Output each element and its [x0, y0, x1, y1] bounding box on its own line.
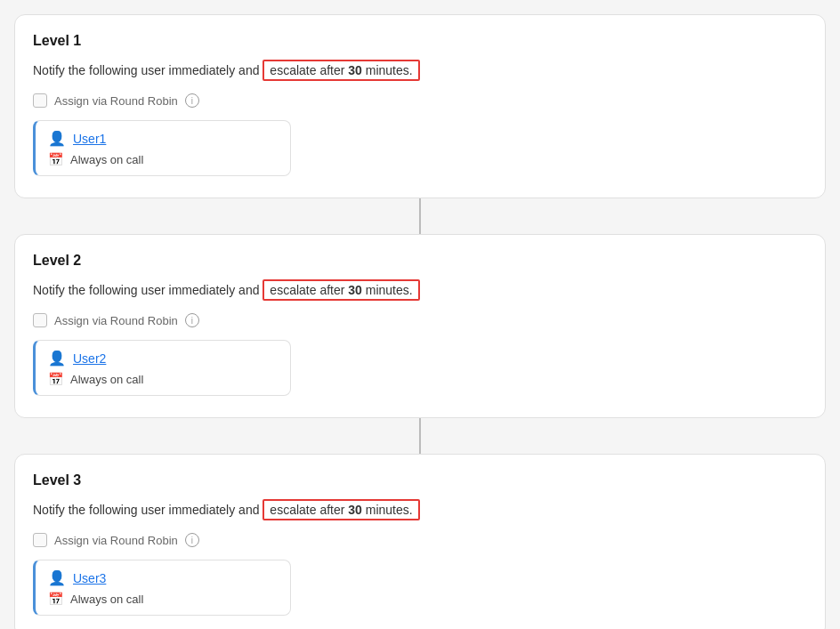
- round-robin-label-3: Assign via Round Robin: [54, 534, 178, 547]
- escalate-minutes-1: 30: [348, 63, 362, 77]
- round-robin-row-1: Assign via Round Robin i: [33, 93, 807, 108]
- notify-prefix-3: Notify the following user immediately an…: [33, 503, 259, 517]
- round-robin-row-3: Assign via Round Robin i: [33, 533, 807, 547]
- always-on-call-2: Always on call: [70, 373, 143, 386]
- connector-line-2-3: [419, 418, 421, 454]
- user-row-2: 👤 User2: [48, 350, 278, 367]
- escalate-text-3: escalate after: [270, 503, 348, 517]
- round-robin-label-1: Assign via Round Robin: [54, 94, 178, 108]
- info-icon-3[interactable]: i: [185, 533, 199, 547]
- escalate-suffix-3: minutes.: [362, 503, 413, 517]
- escalate-text-2: escalate after: [270, 283, 348, 297]
- round-robin-row-2: Assign via Round Robin i: [33, 313, 807, 327]
- escalate-highlight-1[interactable]: escalate after 30 minutes.: [262, 60, 419, 81]
- user-icon-3: 👤: [48, 569, 66, 586]
- user-link-1[interactable]: User1: [73, 132, 106, 146]
- calendar-icon-3: 📅: [48, 592, 63, 606]
- escalate-highlight-2[interactable]: escalate after 30 minutes.: [262, 279, 419, 301]
- info-icon-1[interactable]: i: [185, 93, 199, 108]
- escalate-minutes-2: 30: [348, 283, 362, 297]
- schedule-row-1: 📅 Always on call: [48, 152, 278, 166]
- schedule-row-3: 📅 Always on call: [48, 592, 278, 606]
- schedule-row-2: 📅 Always on call: [48, 372, 278, 386]
- escalate-suffix-2: minutes.: [362, 283, 413, 297]
- connector-2-3: [14, 418, 826, 454]
- calendar-icon-2: 📅: [48, 372, 63, 386]
- level-2-card: Level 2 Notify the following user immedi…: [14, 234, 826, 418]
- always-on-call-1: Always on call: [70, 153, 143, 166]
- level-1-title: Level 1: [33, 33, 807, 49]
- connector-1-2: [14, 198, 826, 234]
- user-card-3: 👤 User3 📅 Always on call: [33, 560, 291, 616]
- user-row-3: 👤 User3: [48, 569, 278, 586]
- user-card-2: 👤 User2 📅 Always on call: [33, 340, 291, 396]
- round-robin-label-2: Assign via Round Robin: [54, 314, 178, 327]
- round-robin-checkbox-3[interactable]: [33, 533, 47, 547]
- escalate-highlight-3[interactable]: escalate after 30 minutes.: [262, 499, 419, 520]
- level-3-notify-text: Notify the following user immediately an…: [33, 499, 807, 520]
- connector-line-1-2: [419, 198, 421, 234]
- round-robin-checkbox-1[interactable]: [33, 93, 47, 108]
- user-link-2[interactable]: User2: [73, 351, 106, 366]
- user-row-1: 👤 User1: [48, 130, 278, 147]
- levels-container: Level 1 Notify the following user immedi…: [14, 14, 826, 629]
- info-icon-2[interactable]: i: [185, 313, 199, 327]
- escalate-text-1: escalate after: [270, 63, 348, 77]
- user-link-3[interactable]: User3: [73, 571, 106, 585]
- level-3-card: Level 3 Notify the following user immedi…: [14, 454, 826, 629]
- level-1-card: Level 1 Notify the following user immedi…: [14, 14, 826, 198]
- level-3-title: Level 3: [33, 472, 807, 488]
- user-icon-2: 👤: [48, 350, 66, 367]
- user-card-1: 👤 User1 📅 Always on call: [33, 120, 291, 176]
- notify-prefix-1: Notify the following user immediately an…: [33, 63, 259, 77]
- escalate-minutes-3: 30: [348, 503, 362, 517]
- always-on-call-3: Always on call: [70, 593, 143, 606]
- round-robin-checkbox-2[interactable]: [33, 313, 47, 327]
- user-icon-1: 👤: [48, 130, 66, 147]
- notify-prefix-2: Notify the following user immediately an…: [33, 283, 259, 297]
- level-1-notify-text: Notify the following user immediately an…: [33, 60, 807, 81]
- calendar-icon-1: 📅: [48, 152, 63, 166]
- level-2-title: Level 2: [33, 253, 807, 269]
- escalate-suffix-1: minutes.: [362, 63, 413, 77]
- level-2-notify-text: Notify the following user immediately an…: [33, 279, 807, 301]
